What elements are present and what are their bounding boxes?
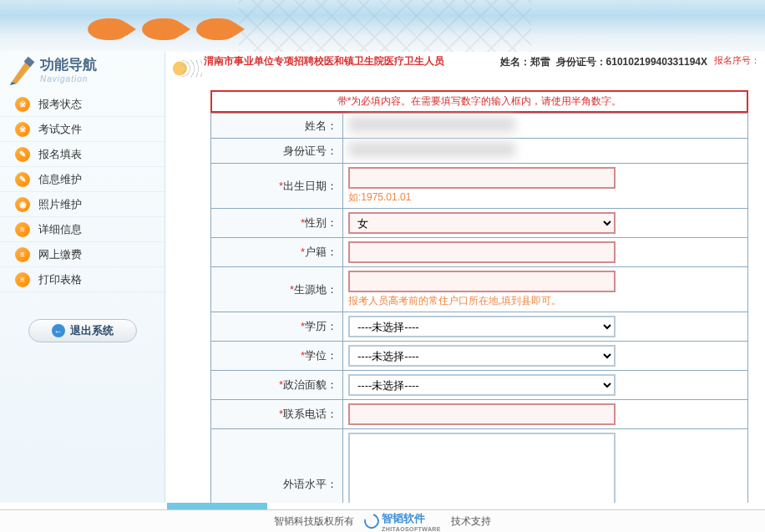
nav-icon: ◉ [15,197,30,212]
decor-fish-icon [88,18,128,40]
registration-number-label: 报名序号： [714,55,760,66]
nav-item-6[interactable]: ≡网上缴费 [0,242,165,267]
textarea-lang[interactable] [348,433,616,503]
select-pol[interactable]: ----未选择---- [348,374,616,396]
select-degree[interactable]: ----未选择---- [348,345,616,367]
arrow-left-icon: ← [52,324,65,337]
nav-label: 报考状态 [38,97,82,112]
footer-support[interactable]: 技术支持 [451,514,491,529]
nav-icon: ≡ [15,222,30,237]
input-origin[interactable] [348,271,616,292]
nav-label: 报名填表 [38,147,82,162]
nav-label: 详细信息 [38,222,82,237]
label-edu: *学历： [211,312,343,342]
footer-brand: 智韬软件 ZHITAOSOFTWARE [364,511,441,532]
cell-edu: ----未选择---- [343,312,748,342]
nav-item-0[interactable]: ※报考状态 [0,92,165,117]
page-title: 渭南市事业单位专项招聘校医和镇卫生院医疗卫生人员 [204,55,463,68]
redacted-value [348,142,515,157]
speaker-icon [167,57,204,80]
nav-icon: ※ [15,122,30,137]
cell-idno [343,139,748,164]
input-phone[interactable] [348,403,616,425]
nav-label: 照片维护 [38,197,82,212]
footer-copyright: 智韬科技版权所有 [274,514,354,529]
top-banner [0,0,765,52]
nav-icon: ※ [15,97,30,112]
nav-item-3[interactable]: ✎信息维护 [0,167,165,192]
sidebar: 功能导航 Navigation ※报考状态※考试文件✎报名填表✎信息维护◉照片维… [0,52,165,503]
cell-phone [343,400,748,429]
sidebar-title: 功能导航 [40,55,165,74]
nav-icon: ≡ [15,272,30,287]
cell-name [343,114,748,139]
nav-label: 信息维护 [38,172,82,187]
logout-label: 退出系统 [70,323,114,338]
label-idno: 身份证号： [211,139,343,164]
banner-keyboard-bg [239,0,531,52]
input-huji[interactable] [348,241,616,263]
decor-strip [167,503,267,509]
redacted-value [348,117,515,132]
cell-origin: 报考人员高考前的常住户口所在地,填到县即可。 [343,267,748,312]
cell-gender: 女 [343,209,748,238]
label-birth: *出生日期： [211,164,343,209]
nav-item-4[interactable]: ◉照片维护 [0,192,165,217]
cell-birth: 如:1975.01.01 [343,164,748,209]
label-phone: *联系电话： [211,400,343,429]
nav-label: 打印表格 [38,272,82,287]
logout-button[interactable]: ← 退出系统 [28,319,137,342]
decor-fish-icon [196,18,236,40]
sidebar-subtitle: Navigation [40,74,165,84]
nav-label: 网上缴费 [38,247,82,262]
pen-icon [8,57,37,85]
cell-degree: ----未选择---- [343,342,748,371]
input-birth[interactable] [348,167,616,189]
hint-origin: 报考人员高考前的常住户口所在地,填到县即可。 [348,294,742,308]
nav-item-1[interactable]: ※考试文件 [0,117,165,142]
nav-icon: ✎ [15,147,30,162]
cell-pol: ----未选择---- [343,371,748,400]
brand-logo-icon [362,511,382,532]
footer: 智韬科技版权所有 智韬软件 ZHITAOSOFTWARE 技术支持 [0,509,765,532]
label-origin: *生源地： [211,267,343,312]
required-notice: 带*为必填内容。在需要填写数字的输入框内，请使用半角数字。 [210,90,748,113]
nav-icon: ≡ [15,247,30,262]
user-info: 姓名：郑雷 身份证号：61010219940331194X [500,55,707,69]
decor-fish-icon [142,18,182,40]
label-lang: 外语水平： [211,429,343,504]
nav-item-7[interactable]: ≡打印表格 [0,267,165,292]
nav-item-5[interactable]: ≡详细信息 [0,217,165,242]
label-name: 姓名： [211,114,343,139]
content-header: 渭南市事业单位专项招聘校医和镇卫生院医疗卫生人员 姓名：郑雷 身份证号：6101… [165,52,765,90]
hint-birth: 如:1975.01.01 [348,190,742,205]
label-pol: *政治面貌： [211,371,343,400]
nav-label: 考试文件 [38,122,82,137]
cell-huji [343,238,748,267]
select-edu[interactable]: ----未选择---- [348,316,616,337]
nav-icon: ✎ [15,172,30,187]
select-gender[interactable]: 女 [348,212,616,234]
registration-form-table: 姓名：身份证号：*出生日期：如:1975.01.01*性别：女*户籍：*生源地：… [210,113,748,503]
label-degree: *学位： [211,342,343,371]
label-huji: *户籍： [211,238,343,267]
nav-item-2[interactable]: ✎报名填表 [0,142,165,167]
cell-lang [343,429,748,504]
form-scroll-area[interactable]: 带*为必填内容。在需要填写数字的输入框内，请使用半角数字。 姓名：身份证号：*出… [165,90,765,503]
label-gender: *性别： [211,209,343,238]
